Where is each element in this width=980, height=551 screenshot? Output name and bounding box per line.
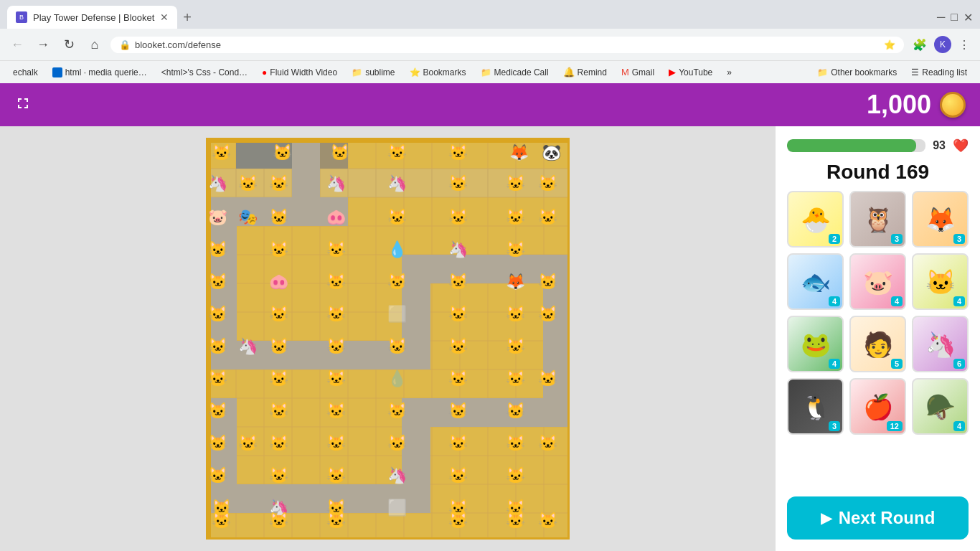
character-emoji-3: 🐟 [801, 268, 831, 296]
next-round-button[interactable]: ▶ Next Round [787, 496, 969, 540]
character-emoji-6: 🐸 [801, 330, 831, 359]
maximize-button[interactable]: □ [951, 11, 958, 24]
character-card-5: 🐱 4 [912, 253, 969, 310]
window-controls: ─ □ ✕ [937, 11, 973, 24]
character-count-9: 3 [829, 421, 840, 431]
tab-favicon: B [16, 11, 27, 23]
svg-rect-16 [208, 341, 423, 369]
bookmark-gmail[interactable]: M Gmail [616, 65, 660, 79]
extensions-button[interactable]: 🧩 [910, 35, 930, 55]
character-emoji-5: 🐱 [925, 268, 956, 296]
health-bar-container: 93 ❤️ [787, 138, 969, 154]
profile-button[interactable]: K [934, 36, 951, 53]
bookmarks-more-button[interactable]: » [721, 66, 738, 79]
character-emoji-0: 🐣 [801, 205, 831, 234]
bookmark-medicade-label: Medicade Call [494, 67, 549, 77]
close-button[interactable]: ✕ [963, 11, 973, 24]
character-count-4: 4 [891, 296, 903, 306]
reading-list[interactable]: ☰ Reading list [905, 66, 973, 79]
character-card-2: 🦊 3 [912, 191, 969, 248]
bookmark-youtube[interactable]: ▶ YouTube [663, 65, 718, 79]
other-bookmarks[interactable]: 📁 Other bookmarks [811, 66, 903, 79]
health-value: 93 [933, 139, 946, 152]
active-tab[interactable]: B Play Tower Defense | Blooket ✕ [7, 6, 177, 29]
next-round-label: Next Round [839, 508, 936, 528]
bookmark-gmail-label: Gmail [632, 67, 654, 77]
back-button[interactable]: ← [7, 34, 27, 55]
svg-rect-25 [208, 539, 570, 540]
character-count-2: 3 [953, 234, 965, 244]
svg-rect-27 [569, 140, 570, 540]
new-tab-button[interactable]: + [177, 9, 197, 26]
minimize-button[interactable]: ─ [937, 11, 945, 24]
play-icon: ▶ [821, 509, 831, 527]
tab-close-button[interactable]: ✕ [160, 11, 169, 23]
bookmarks-bar: echalk html · media querie… <html>'s Css… [0, 60, 980, 83]
character-emoji-2: 🦊 [925, 205, 956, 234]
bookmark-medicade[interactable]: 📁 Medicade Call [475, 66, 555, 79]
character-emoji-1: 🦉 [863, 205, 893, 234]
svg-rect-15 [208, 197, 237, 341]
reading-list-label: Reading list [922, 67, 967, 77]
bookmark-sublime-label: sublime [365, 67, 395, 77]
coin-icon [940, 92, 966, 118]
bookmark-bookmarks[interactable]: ⭐ Bookmarks [404, 66, 472, 79]
navigation-bar: ← → ↻ ⌂ 🔒 blooket.com/defense ⭐ 🧩 K ⋮ [0, 29, 980, 60]
titlebar: B Play Tower Defense | Blooket ✕ + ─ □ ✕ [0, 0, 980, 29]
game-header: 1,000 [0, 83, 980, 126]
character-count-0: 2 [829, 234, 840, 244]
bookmark-fluid-video[interactable]: ● Fluid Width Video [256, 66, 343, 79]
bookmark-youtube-label: YouTube [679, 67, 712, 77]
svg-rect-11 [320, 140, 348, 169]
game-board-wrapper: 🐱 🐱 🐱 🐱 🐱 🦊 🐼 🦄 🐱 🐱 🦄 🦄 🐱 [206, 138, 570, 540]
address-bar[interactable]: 🔒 blooket.com/defense ⭐ [110, 37, 904, 53]
refresh-button[interactable]: ↻ [59, 34, 79, 55]
menu-button[interactable]: ⋮ [956, 35, 973, 55]
character-card-8: 🦄 6 [912, 316, 969, 372]
game-main: 🐱 🐱 🐱 🐱 🐱 🦊 🐼 🦄 🐱 🐱 🦄 🦄 🐱 [0, 126, 980, 551]
character-emoji-8: 🦄 [925, 330, 956, 359]
character-count-3: 4 [829, 296, 840, 306]
bookmark-html-media[interactable]: html · media querie… [47, 66, 153, 79]
bookmark-remind[interactable]: 🔔 Remind [557, 65, 613, 79]
forward-button[interactable]: → [33, 34, 53, 55]
heart-icon: ❤️ [953, 138, 969, 154]
health-bar-fill [787, 139, 916, 152]
character-card-7: 🧑 5 [849, 316, 906, 372]
svg-rect-22 [208, 484, 430, 513]
bookmark-bookmarks-label: Bookmarks [423, 67, 466, 77]
character-card-4: 🐷 4 [849, 253, 906, 310]
character-count-1: 3 [891, 234, 903, 244]
bookmark-fluid-label: Fluid Width Video [270, 67, 337, 77]
browser-window: B Play Tower Defense | Blooket ✕ + ─ □ ✕… [0, 0, 980, 551]
svg-rect-10 [236, 140, 292, 169]
fullscreen-icon [14, 95, 32, 112]
game-sidebar: 93 ❤️ Round 169 🐣 2 🦉 3 [776, 126, 980, 551]
url-text: blooket.com/defense [135, 39, 880, 50]
other-bookmarks-label: Other bookmarks [831, 67, 897, 77]
home-button[interactable]: ⌂ [85, 34, 105, 55]
character-count-10: 12 [887, 421, 903, 431]
fullscreen-button[interactable] [14, 95, 32, 116]
character-count-7: 5 [891, 359, 903, 369]
bookmark-echalk[interactable]: echalk [7, 66, 44, 79]
bookmark-css-cond[interactable]: <html>'s Css - Cond… [156, 66, 253, 79]
character-card-3: 🐟 4 [787, 253, 844, 310]
sidebar-spacer [787, 442, 969, 489]
character-emoji-11: 🪖 [925, 392, 956, 421]
tab-title: Play Tower Defense | Blooket [33, 12, 154, 23]
character-card-9: 🐧 3 [787, 378, 844, 435]
game-board-svg [208, 140, 570, 540]
game-content: 1,000 [0, 83, 980, 551]
character-count-6: 4 [829, 359, 840, 369]
round-label: Round 169 [826, 161, 929, 183]
bookmark-remind-label: Remind [578, 67, 607, 77]
character-card-11: 🪖 4 [912, 378, 969, 435]
bookmark-sublime[interactable]: 📁 sublime [346, 66, 400, 79]
character-count-11: 4 [953, 421, 965, 431]
board-section: 🐱 🐱 🐱 🐱 🐱 🦊 🐼 🦄 🐱 🐱 🦄 🦄 🐱 [0, 126, 776, 551]
svg-rect-24 [208, 140, 570, 143]
round-display: Round 169 [787, 161, 969, 184]
currency-amount: 1,000 [867, 90, 931, 120]
characters-grid: 🐣 2 🦉 3 🦊 3 🐟 4 [787, 191, 969, 435]
